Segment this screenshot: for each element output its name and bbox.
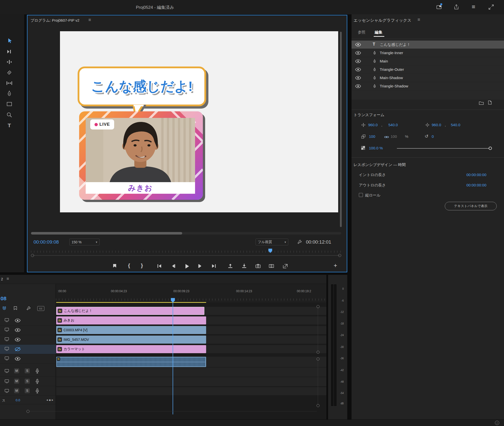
ruler-scroll-handle-left[interactable] xyxy=(31,254,34,257)
anchor-y-value[interactable]: 540.0 xyxy=(451,123,460,127)
audio-scroll-handle-bottom[interactable] xyxy=(317,404,320,407)
intro-length-value[interactable]: 00:00:00:00 xyxy=(455,173,486,177)
solo-toggle[interactable]: S xyxy=(25,368,30,373)
layer-row[interactable]: Triangle-Shadow xyxy=(352,82,504,90)
timeline-panel-menu-icon[interactable]: ≡ xyxy=(7,276,9,281)
link-scale-icon[interactable] xyxy=(384,135,389,140)
timeline-clip[interactable]: fx IMG_5457.MOV xyxy=(56,336,206,344)
selection-tool-button[interactable] xyxy=(5,37,14,46)
scale-x-value[interactable]: 100 xyxy=(369,134,375,139)
play-button[interactable] xyxy=(183,263,191,270)
ruler-scroll-handle-right[interactable] xyxy=(338,254,341,257)
mark-in-button[interactable]: { xyxy=(126,262,132,269)
export-frame-button[interactable] xyxy=(255,263,261,269)
work-area-bar[interactable] xyxy=(56,302,206,303)
extract-button[interactable] xyxy=(241,263,247,269)
voiceover-record-button[interactable] xyxy=(35,388,39,394)
video-scroll-handle-bottom[interactable] xyxy=(317,351,320,354)
roll-checkbox[interactable] xyxy=(359,193,363,197)
go-to-in-button[interactable] xyxy=(156,263,163,269)
step-forward-button[interactable] xyxy=(197,263,204,269)
track-select-tool-button[interactable] xyxy=(5,47,14,56)
mute-toggle[interactable]: M xyxy=(14,388,19,393)
add-marker-button[interactable] xyxy=(111,263,118,269)
timeline-settings-button[interactable] xyxy=(26,306,31,311)
timeline-h-scroll-handle[interactable] xyxy=(26,410,29,413)
track-output-toggle[interactable] xyxy=(15,356,21,361)
track-output-toggle[interactable] xyxy=(15,318,21,323)
track-output-toggle[interactable] xyxy=(15,328,21,332)
layer-row[interactable]: Triangle-Inner xyxy=(352,49,504,57)
timeline-playhead-line[interactable] xyxy=(173,301,173,414)
timeline-clip[interactable]: fx みきお xyxy=(56,316,206,324)
position-y-value[interactable]: 540.0 xyxy=(388,123,398,127)
timeline-clip[interactable]: fx C0003.MP4 [V] xyxy=(56,326,206,334)
opacity-value[interactable]: 100.0 % xyxy=(369,146,383,150)
track-monitor-icon[interactable] xyxy=(5,389,9,393)
track-monitor-icon[interactable] xyxy=(5,327,9,332)
go-to-out-button[interactable] xyxy=(211,263,217,269)
layer-visibility-toggle[interactable] xyxy=(355,59,362,63)
rectangle-tool-button[interactable] xyxy=(5,100,14,109)
track-monitor-icon[interactable] xyxy=(5,337,9,341)
program-time-ruler[interactable] xyxy=(31,251,341,253)
track-monitor-icon[interactable] xyxy=(5,356,9,360)
solo-toggle[interactable]: S xyxy=(25,388,30,393)
layer-row[interactable]: Main xyxy=(352,57,504,65)
lift-button[interactable] xyxy=(227,263,234,269)
comparison-view-button[interactable] xyxy=(268,263,275,269)
razor-tool-button[interactable] xyxy=(5,68,14,77)
snap-toggle-button[interactable] xyxy=(2,306,7,311)
button-editor-button[interactable]: + xyxy=(332,262,339,269)
anchor-x-value[interactable]: 960.0 xyxy=(432,123,441,127)
opacity-slider-handle[interactable] xyxy=(489,147,492,150)
program-horizontal-scrollbar[interactable] xyxy=(31,232,341,235)
opacity-slider[interactable] xyxy=(397,148,490,149)
zoom-level-select[interactable]: 150 % ▾ xyxy=(69,239,100,245)
mute-toggle[interactable]: M xyxy=(14,379,19,384)
track-monitor-icon[interactable] xyxy=(5,318,9,322)
step-back-button[interactable] xyxy=(170,263,176,269)
pen-tool-button[interactable] xyxy=(5,89,14,98)
captions-toggle-button[interactable]: CC xyxy=(37,306,44,311)
outro-length-value[interactable]: 00:00:00:00 xyxy=(455,183,486,187)
keyframe-nav-icon[interactable]: ◄◆► xyxy=(46,399,54,401)
app-menu-button[interactable]: ≡ xyxy=(470,3,477,10)
layer-visibility-toggle[interactable] xyxy=(355,67,362,72)
track-monitor-icon[interactable] xyxy=(5,347,9,351)
layer-row[interactable]: Triangle-Outer xyxy=(352,65,504,74)
sequence-tab-label[interactable]: 2 xyxy=(1,277,3,281)
tab-edit[interactable]: 編集 xyxy=(375,30,382,35)
timeline-add-marker-button[interactable] xyxy=(13,306,18,311)
program-scrollbar-thumb[interactable] xyxy=(31,232,182,235)
mute-toggle[interactable]: M xyxy=(14,368,19,373)
export-media-button[interactable] xyxy=(282,263,289,269)
mix-volume-value[interactable]: 0.0 xyxy=(16,398,20,402)
video-scroll-handle-top[interactable] xyxy=(317,305,320,308)
program-settings-button[interactable] xyxy=(296,239,303,245)
voiceover-record-button[interactable] xyxy=(35,379,39,384)
audio-clip[interactable]: fx xyxy=(56,357,206,367)
rotation-value[interactable]: 0 xyxy=(432,134,434,139)
layer-visibility-toggle[interactable] xyxy=(355,51,362,55)
layer-row[interactable]: T こんな感じだよ！ xyxy=(352,41,504,49)
layer-visibility-toggle[interactable] xyxy=(355,84,362,88)
quick-export-button[interactable] xyxy=(453,4,460,10)
type-tool-button[interactable]: T xyxy=(5,121,14,130)
slip-tool-button[interactable] xyxy=(5,79,14,88)
layer-row[interactable]: Main-Shadow xyxy=(352,74,504,82)
eg-panel-menu-button[interactable]: ≡ xyxy=(416,17,422,23)
layer-visibility-toggle[interactable] xyxy=(355,42,362,47)
timeline-ruler[interactable]: :00:00 00:00:04:23 00:00:09:23 00:00:14:… xyxy=(56,284,326,303)
track-monitor-icon[interactable] xyxy=(5,369,9,373)
track-output-toggle-off[interactable] xyxy=(15,347,21,351)
ripple-edit-tool-button[interactable] xyxy=(5,57,14,67)
show-text-panel-button[interactable]: テキストパネルで表示 xyxy=(445,202,497,210)
info-button[interactable]: i xyxy=(495,421,499,425)
new-layer-button[interactable] xyxy=(487,100,493,105)
layer-visibility-toggle[interactable] xyxy=(355,76,362,80)
playback-quality-select[interactable]: フル画質 ▾ xyxy=(256,239,288,245)
timeline-clip[interactable]: fx カラーマット xyxy=(56,345,206,353)
program-panel-menu-button[interactable]: ≡ xyxy=(87,17,92,23)
position-x-value[interactable]: 960.0 xyxy=(368,123,378,127)
